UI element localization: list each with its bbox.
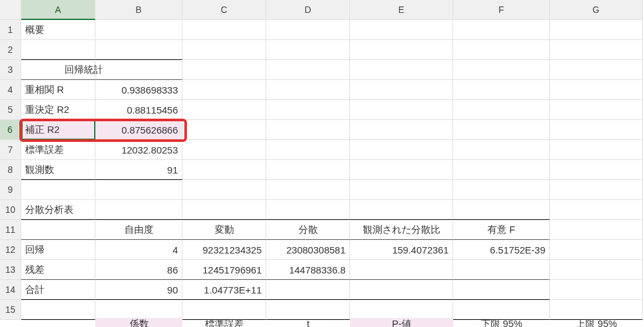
cell-F5[interactable] bbox=[453, 100, 550, 120]
select-all-corner[interactable] bbox=[0, 0, 21, 20]
cell-G15[interactable] bbox=[550, 300, 643, 320]
col-header-D[interactable]: D bbox=[266, 0, 350, 20]
row-header-7[interactable]: 7 bbox=[0, 140, 21, 160]
cell-A1[interactable]: 概要 bbox=[21, 20, 95, 40]
cell-C7[interactable] bbox=[182, 140, 266, 160]
cell-C10[interactable] bbox=[182, 200, 266, 220]
cell-G1[interactable] bbox=[550, 20, 643, 40]
cell-E12[interactable]: 159.4072361 bbox=[350, 240, 453, 260]
row-header-10[interactable]: 10 bbox=[0, 200, 21, 220]
cell-F7[interactable] bbox=[453, 140, 550, 160]
cell-D15[interactable] bbox=[266, 300, 350, 320]
cell-B13[interactable]: 86 bbox=[95, 260, 182, 280]
cell-C12[interactable]: 92321234325 bbox=[182, 240, 266, 260]
cell-C2[interactable] bbox=[182, 40, 266, 60]
cell-B4[interactable]: 0.938698333 bbox=[95, 80, 182, 100]
row-header-15[interactable]: 15 bbox=[0, 300, 21, 320]
cell-G10[interactable] bbox=[550, 200, 643, 220]
cell-E13[interactable] bbox=[350, 260, 453, 280]
cell-C15[interactable] bbox=[182, 300, 266, 320]
row-header-12[interactable]: 12 bbox=[0, 240, 21, 260]
cell-F13[interactable] bbox=[453, 260, 550, 280]
cell-G2[interactable] bbox=[550, 40, 643, 60]
cell-D11[interactable]: 分散 bbox=[266, 220, 350, 240]
spreadsheet-grid[interactable]: A B C D E F G 1 概要 2 3 回帰統計 4 重相関 R 0.93… bbox=[0, 0, 644, 320]
cell-C13[interactable]: 12451796961 bbox=[182, 260, 266, 280]
cell-E1[interactable] bbox=[350, 20, 453, 40]
cell-F6[interactable] bbox=[453, 120, 550, 140]
cell-F1[interactable] bbox=[453, 20, 550, 40]
cell-C5[interactable] bbox=[182, 100, 266, 120]
cell-B5[interactable]: 0.88115456 bbox=[95, 100, 182, 120]
cell-A9[interactable] bbox=[21, 180, 95, 200]
cell-G5[interactable] bbox=[550, 100, 643, 120]
cell-A10[interactable]: 分散分析表 bbox=[21, 200, 95, 220]
cell-E11[interactable]: 観測された分散比 bbox=[350, 220, 453, 240]
row-header-13[interactable]: 13 bbox=[0, 260, 21, 280]
cell-G12[interactable] bbox=[550, 240, 643, 260]
row-header-5[interactable]: 5 bbox=[0, 100, 21, 120]
row-header-11[interactable]: 11 bbox=[0, 220, 21, 240]
cell-D14[interactable] bbox=[266, 280, 350, 300]
cell-B14[interactable]: 90 bbox=[95, 280, 182, 300]
cell-E7[interactable] bbox=[350, 140, 453, 160]
cell-B7[interactable]: 12032.80253 bbox=[95, 140, 182, 160]
cell-B2[interactable] bbox=[95, 40, 182, 60]
cell-E15[interactable] bbox=[350, 300, 453, 320]
cell-G8[interactable] bbox=[550, 160, 643, 180]
cell-B9[interactable] bbox=[95, 180, 182, 200]
cell-E5[interactable] bbox=[350, 100, 453, 120]
row-header-6[interactable]: 6 bbox=[0, 120, 21, 140]
cell-D7[interactable] bbox=[266, 140, 350, 160]
row-header-3[interactable]: 3 bbox=[0, 60, 21, 80]
cell-C14[interactable]: 1.04773E+11 bbox=[182, 280, 266, 300]
cell-G6[interactable] bbox=[550, 120, 643, 140]
cell-F15[interactable] bbox=[453, 300, 550, 320]
cell-F12[interactable]: 6.51752E-39 bbox=[453, 240, 550, 260]
cell-F11[interactable]: 有意 F bbox=[453, 220, 550, 240]
row-header-14[interactable]: 14 bbox=[0, 280, 21, 300]
col-header-G[interactable]: G bbox=[550, 0, 643, 20]
cell-A7[interactable]: 標準誤差 bbox=[21, 140, 95, 160]
cell-G3[interactable] bbox=[550, 60, 643, 80]
cell-A14[interactable]: 合計 bbox=[21, 280, 95, 300]
row-header-8[interactable]: 8 bbox=[0, 160, 21, 180]
row-header-9[interactable]: 9 bbox=[0, 180, 21, 200]
cell-B11[interactable]: 自由度 bbox=[95, 220, 182, 240]
cell-E2[interactable] bbox=[350, 40, 453, 60]
cell-C9[interactable] bbox=[182, 180, 266, 200]
cell-E10[interactable] bbox=[350, 200, 453, 220]
col-header-E[interactable]: E bbox=[350, 0, 453, 20]
cell-D3[interactable] bbox=[266, 60, 350, 80]
cell-E9[interactable] bbox=[350, 180, 453, 200]
row-header-2[interactable]: 2 bbox=[0, 40, 21, 60]
cell-B3[interactable] bbox=[95, 60, 182, 80]
cell-B6[interactable]: 0.875626866 bbox=[95, 120, 182, 140]
cell-B15[interactable] bbox=[95, 300, 182, 320]
cell-C6[interactable] bbox=[182, 120, 266, 140]
cell-D13[interactable]: 144788336.8 bbox=[266, 260, 350, 280]
cell-A4[interactable]: 重相関 R bbox=[21, 80, 95, 100]
cell-G7[interactable] bbox=[550, 140, 643, 160]
cell-E3[interactable] bbox=[350, 60, 453, 80]
cell-F4[interactable] bbox=[453, 80, 550, 100]
row-header-1[interactable]: 1 bbox=[0, 20, 21, 40]
cell-A5[interactable]: 重決定 R2 bbox=[21, 100, 95, 120]
cell-E4[interactable] bbox=[350, 80, 453, 100]
cell-G14[interactable] bbox=[550, 280, 643, 300]
cell-A8[interactable]: 観測数 bbox=[21, 160, 95, 180]
cell-C8[interactable] bbox=[182, 160, 266, 180]
cell-F9[interactable] bbox=[453, 180, 550, 200]
row-header-4[interactable]: 4 bbox=[0, 80, 21, 100]
cell-E6[interactable] bbox=[350, 120, 453, 140]
cell-F10[interactable] bbox=[453, 200, 550, 220]
cell-G13[interactable] bbox=[550, 260, 643, 280]
cell-F2[interactable] bbox=[453, 40, 550, 60]
cell-F8[interactable] bbox=[453, 160, 550, 180]
cell-A3[interactable]: 回帰統計 bbox=[21, 60, 95, 80]
cell-C1[interactable] bbox=[182, 20, 266, 40]
cell-D4[interactable] bbox=[266, 80, 350, 100]
cell-F3[interactable] bbox=[453, 60, 550, 80]
cell-A11[interactable] bbox=[21, 220, 95, 240]
cell-D5[interactable] bbox=[266, 100, 350, 120]
